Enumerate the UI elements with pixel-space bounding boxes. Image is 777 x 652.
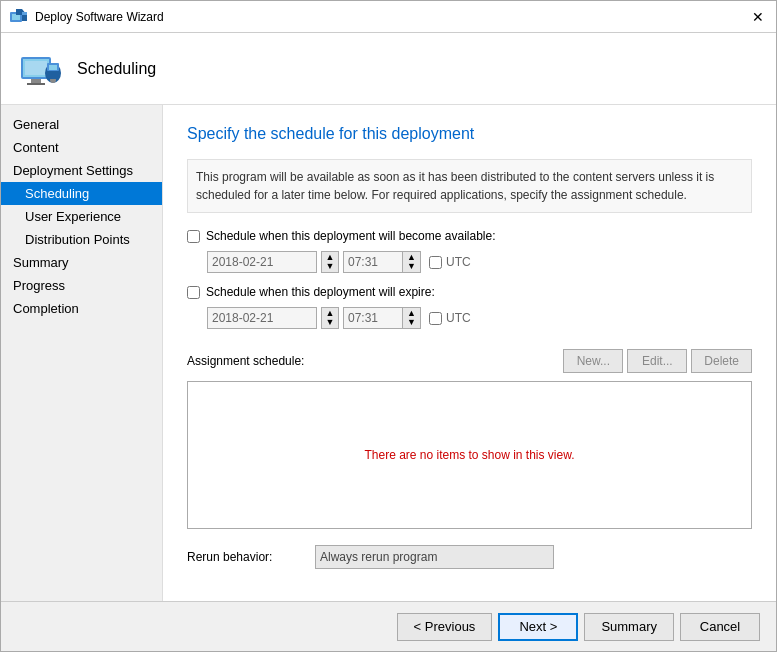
expire-checkbox[interactable] [187, 286, 200, 299]
expire-utc-group: UTC [429, 311, 471, 325]
assignment-label: Assignment schedule: [187, 354, 304, 368]
sidebar-item-progress[interactable]: Progress [1, 274, 162, 297]
footer: < Previous Next > Summary Cancel [1, 601, 776, 651]
svg-rect-8 [27, 83, 45, 85]
sidebar-item-scheduling[interactable]: Scheduling [1, 182, 162, 205]
available-time-spinner[interactable]: ▲▼ [403, 251, 421, 273]
header-title: Scheduling [77, 60, 156, 78]
content-area: General Content Deployment Settings Sche… [1, 105, 776, 601]
rerun-wrapper: Always rerun program Never rerun deploye… [315, 545, 752, 569]
edit-button[interactable]: Edit... [627, 349, 687, 373]
summary-button[interactable]: Summary [584, 613, 674, 641]
assignment-toolbar: New... Edit... Delete [563, 349, 752, 373]
sidebar-item-completion[interactable]: Completion [1, 297, 162, 320]
empty-list-text: There are no items to show in this view. [364, 448, 574, 462]
assignment-section: Assignment schedule: New... Edit... Dele… [187, 349, 752, 529]
available-schedule-row: Schedule when this deployment will becom… [187, 229, 752, 243]
previous-button[interactable]: < Previous [397, 613, 493, 641]
available-utc-group: UTC [429, 255, 471, 269]
expire-schedule-row: Schedule when this deployment will expir… [187, 285, 752, 299]
expire-utc-checkbox[interactable] [429, 312, 442, 325]
sidebar-item-general[interactable]: General [1, 113, 162, 136]
available-checkbox[interactable] [187, 230, 200, 243]
wizard-icon [9, 7, 29, 27]
rerun-label: Rerun behavior: [187, 550, 307, 564]
sidebar-item-distribution-points[interactable]: Distribution Points [1, 228, 162, 251]
svg-rect-13 [49, 73, 57, 79]
svg-rect-3 [22, 12, 27, 15]
available-time-input[interactable] [343, 251, 403, 273]
delete-button[interactable]: Delete [691, 349, 752, 373]
svg-rect-7 [31, 79, 41, 83]
available-datetime-row: ▲▼ ▲▼ UTC [207, 251, 752, 273]
assignment-list: There are no items to show in this view. [187, 381, 752, 529]
sidebar-item-user-experience[interactable]: User Experience [1, 205, 162, 228]
available-time-group: ▲▼ [343, 251, 421, 273]
cancel-button[interactable]: Cancel [680, 613, 760, 641]
header-bar: Scheduling [1, 33, 776, 105]
header-icon [17, 45, 65, 93]
close-button[interactable]: ✕ [748, 7, 768, 27]
sidebar-item-summary[interactable]: Summary [1, 251, 162, 274]
available-utc-label: UTC [446, 255, 471, 269]
expire-time-spinner[interactable]: ▲▼ [403, 307, 421, 329]
expire-date-input[interactable] [207, 307, 317, 329]
expire-date-spinner[interactable]: ▲▼ [321, 307, 339, 329]
svg-rect-11 [49, 65, 57, 70]
main-content: Specify the schedule for this deployment… [163, 105, 776, 601]
svg-rect-6 [25, 61, 47, 75]
expire-time-input[interactable] [343, 307, 403, 329]
expire-date-spinner-btn[interactable]: ▲▼ [321, 307, 339, 329]
expire-utc-label: UTC [446, 311, 471, 325]
rerun-row: Rerun behavior: Always rerun program Nev… [187, 545, 752, 569]
expire-label: Schedule when this deployment will expir… [206, 285, 435, 299]
expire-datetime-row: ▲▼ ▲▼ UTC [207, 307, 752, 329]
sidebar: General Content Deployment Settings Sche… [1, 105, 163, 601]
available-date-spinner[interactable]: ▲▼ [321, 251, 339, 273]
available-utc-checkbox[interactable] [429, 256, 442, 269]
title-bar: Deploy Software Wizard ✕ [1, 1, 776, 33]
rerun-select[interactable]: Always rerun program Never rerun deploye… [315, 545, 554, 569]
sidebar-item-deployment-settings[interactable]: Deployment Settings [1, 159, 162, 182]
wizard-window: Deploy Software Wizard ✕ Scheduling Gene… [0, 0, 777, 652]
info-text: This program will be available as soon a… [187, 159, 752, 213]
available-date-spinner-btn[interactable]: ▲▼ [321, 251, 339, 273]
available-date-input[interactable] [207, 251, 317, 273]
new-button[interactable]: New... [563, 349, 623, 373]
sidebar-item-content[interactable]: Content [1, 136, 162, 159]
next-button[interactable]: Next > [498, 613, 578, 641]
expire-time-group: ▲▼ [343, 307, 421, 329]
page-title: Specify the schedule for this deployment [187, 125, 752, 143]
title-bar-text: Deploy Software Wizard [35, 10, 748, 24]
available-label: Schedule when this deployment will becom… [206, 229, 496, 243]
